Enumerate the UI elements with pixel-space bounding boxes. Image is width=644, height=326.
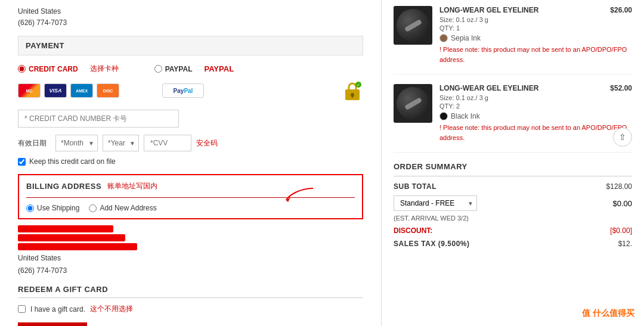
- redacted-bar-1: [18, 225, 113, 232]
- product-note-1: ! Please note: this product may not be s…: [439, 45, 632, 64]
- order-summary: ORDER SUMMARY SUB TOTAL $128.00 Standard…: [394, 162, 632, 248]
- gift-card-checkbox[interactable]: [18, 305, 26, 313]
- product-qty-2: QTY: 2: [439, 103, 632, 110]
- tax-row: SALES TAX (9.500%) $12.: [394, 240, 632, 248]
- payment-options-row: CREDIT CARD 选择卡种 PAYPAL PAYPAL: [18, 64, 363, 74]
- discount-label: DISCOUNT:: [394, 226, 432, 235]
- discount-value: [$0.00]: [610, 226, 632, 235]
- payment-section-header: PAYMENT: [18, 36, 363, 55]
- cvv-wrap: 安全码: [144, 135, 218, 151]
- tax-value: $12.: [618, 240, 632, 248]
- mastercard-icon: MC: [18, 83, 41, 98]
- shipping-select-wrap: Standard - FREE Express Overnight ▼: [394, 195, 477, 211]
- continue-button[interactable]: CONTINUE: [18, 322, 87, 326]
- product-img-inner-2: [397, 87, 429, 120]
- product-qty-1: QTY: 1: [439, 24, 632, 32]
- credit-card-radio[interactable]: [18, 65, 26, 73]
- paypal-option[interactable]: PAYPAL: [154, 65, 193, 73]
- shipping-select[interactable]: Standard - FREE Express Overnight: [394, 195, 477, 211]
- left-panel: United States (626) 774-7073 PAYMENT CRE…: [0, 0, 382, 326]
- product-name-1: LONG-WEAR GEL EYELINER: [439, 6, 538, 14]
- gift-card-section: REDEEM A GIFT CARD I have a gift card. 这…: [18, 285, 363, 314]
- product-price-1: $26.00: [610, 6, 632, 14]
- address-text1: United States (626) 774-7073: [18, 252, 363, 277]
- color-swatch-1: Sepia Ink: [439, 34, 632, 42]
- add-new-address-radio[interactable]: [89, 204, 97, 212]
- keep-card-checkbox[interactable]: [18, 158, 26, 166]
- watermark: 值 什么值得买: [578, 307, 638, 320]
- use-shipping-label: Use Shipping: [37, 204, 79, 212]
- order-summary-title: ORDER SUMMARY: [394, 162, 632, 176]
- cc-number-input[interactable]: [18, 110, 179, 128]
- color-swatch-2: Black Ink: [439, 112, 632, 120]
- gift-card-label: I have a gift card.: [30, 305, 85, 313]
- color-name-2: Black Ink: [451, 112, 480, 120]
- address-country: United States: [18, 6, 363, 17]
- product-details-2: LONG-WEAR GEL EYELINER $52.00 Size: 0.1 …: [439, 84, 632, 142]
- add-new-address-label: Add New Address: [100, 204, 156, 212]
- choose-card-label: 选择卡种: [90, 64, 119, 74]
- subtotal-label: SUB TOTAL: [394, 182, 436, 191]
- redacted-bar-2: [18, 234, 125, 241]
- cc-number-wrap: [18, 110, 179, 128]
- arrow-annotation: [283, 185, 319, 203]
- use-shipping-option[interactable]: Use Shipping: [26, 204, 79, 212]
- tax-label: SALES TAX (9.500%): [394, 240, 469, 248]
- visa-icon: VISA: [44, 83, 67, 98]
- product-item-1: LONG-WEAR GEL EYELINER $26.00 Size: 0.1 …: [394, 6, 632, 74]
- product-details-1: LONG-WEAR GEL EYELINER $26.00 Size: 0.1 …: [439, 6, 632, 64]
- color-name-1: Sepia Ink: [451, 34, 481, 42]
- redeem-title: REDEEM A GIFT CARD: [18, 285, 363, 298]
- year-select-wrap: *Year 202420252026 202720282029 ▼: [103, 135, 139, 151]
- right-panel: LONG-WEAR GEL EYELINER $26.00 Size: 0.1 …: [382, 0, 644, 259]
- cvv-input[interactable]: [144, 135, 191, 151]
- expiry-row: 有效日期 *Month 010203 040506 070809 101112 …: [18, 135, 363, 151]
- shipping-value: $0.00: [612, 199, 632, 208]
- month-select[interactable]: *Month 010203 040506 070809 101112: [55, 135, 98, 151]
- card-icons-row: MC VISA AMEX DISC PayPal ✓: [18, 80, 363, 101]
- subtotal-value: $128.00: [606, 182, 632, 191]
- keep-card-row: Keep this credit card on file: [18, 157, 363, 166]
- billing-options: Use Shipping Add New Address: [26, 204, 355, 212]
- use-shipping-radio[interactable]: [26, 204, 34, 212]
- product-name-price-2: LONG-WEAR GEL EYELINER $52.00: [439, 84, 632, 92]
- product-name-2: LONG-WEAR GEL EYELINER: [439, 84, 538, 92]
- product-size-2: Size: 0.1 oz./ 3 g: [439, 94, 632, 101]
- security-code-label: 安全码: [196, 138, 218, 148]
- product-note-2: ! Please note: this product may not be s…: [439, 123, 632, 142]
- svg-text:✓: ✓: [357, 83, 360, 87]
- year-select[interactable]: *Year 202420252026 202720282029: [103, 135, 139, 151]
- discover-icon: DISC: [97, 83, 119, 98]
- product-image-2: [394, 84, 432, 123]
- discount-row: DISCOUNT: [$0.00]: [394, 226, 632, 235]
- sepia-swatch: [439, 34, 448, 42]
- credit-card-option[interactable]: CREDIT CARD: [18, 65, 78, 73]
- est-arrival: (EST. ARRIVAL WED 3/2): [394, 215, 632, 222]
- top-address: United States (626) 774-7073: [18, 6, 363, 29]
- redacted-bar-3: [18, 243, 137, 250]
- billing-annotation: 账单地址写国内: [107, 181, 157, 191]
- paypal-button-icon: PayPal: [162, 83, 204, 98]
- billing-title: BILLING ADDRESS: [26, 182, 101, 191]
- svg-rect-2: [352, 95, 354, 98]
- billing-address-section: BILLING ADDRESS 账单地址写国内 Use Shipping Add…: [18, 174, 363, 219]
- product-img-inner-1: [397, 9, 429, 42]
- product-name-price-1: LONG-WEAR GEL EYELINER $26.00: [439, 6, 632, 14]
- month-select-wrap: *Month 010203 040506 070809 101112 ▼: [55, 135, 98, 151]
- add-new-address-option[interactable]: Add New Address: [89, 204, 156, 212]
- ship-address-block: United States (626) 774-7073: [18, 225, 363, 277]
- chevron-up-button[interactable]: ⇧: [613, 128, 632, 147]
- address-phone: (626) 774-7073: [18, 17, 363, 29]
- expiry-label: 有效日期: [18, 138, 51, 148]
- product-image-1: [394, 6, 432, 45]
- shipping-row: Standard - FREE Express Overnight ▼ $0.0…: [394, 195, 632, 211]
- lock-icon: ✓: [342, 80, 363, 101]
- gift-card-check-row: I have a gift card. 这个不用选择: [18, 304, 363, 314]
- not-needed-label: 这个不用选择: [90, 304, 133, 314]
- product-price-2: $52.00: [610, 84, 632, 92]
- keep-card-label: Keep this credit card on file: [29, 157, 116, 166]
- product-size-1: Size: 0.1 oz./ 3 g: [439, 16, 632, 23]
- paypal-radio[interactable]: [154, 65, 162, 73]
- paypal-link[interactable]: PAYPAL: [204, 64, 234, 73]
- product-item-2: LONG-WEAR GEL EYELINER $52.00 Size: 0.1 …: [394, 84, 632, 153]
